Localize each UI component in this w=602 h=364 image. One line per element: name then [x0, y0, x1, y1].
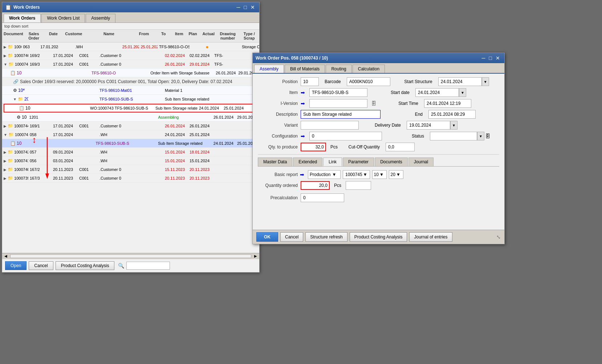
iversion-label: I-Version: [258, 101, 298, 106]
minimize-button[interactable]: ─: [235, 5, 242, 10]
production-dropdown[interactable]: Production ▼: [308, 170, 341, 179]
config-input[interactable]: [309, 132, 382, 140]
position-input[interactable]: [301, 77, 319, 86]
cancel-button[interactable]: Cancel: [29, 261, 53, 270]
main-tab-bar: Work Orders Work Orders List Assembly: [2, 12, 259, 23]
maximize-button[interactable]: □: [243, 5, 248, 10]
start-time-input[interactable]: [424, 99, 471, 108]
bottom-bar: Open Cancel Product Costing Analysis 🔍: [2, 259, 259, 272]
barcode-input[interactable]: [347, 77, 390, 86]
tab-work-orders-list[interactable]: Work Orders List: [41, 14, 85, 23]
second-cancel-button[interactable]: Cancel: [280, 232, 303, 242]
second-window: Work Order Pos. 058 (1000743 / 10) ─ □ ✕…: [252, 53, 505, 244]
subtab-link[interactable]: Link: [323, 158, 342, 166]
start-date-dropdown[interactable]: ▼: [459, 88, 466, 97]
status-input[interactable]: [430, 132, 477, 140]
position-label: Position: [258, 79, 298, 84]
table-row[interactable]: ▼ 📁 20⁴ TFS-98610-SUB-S Sub Item Storage…: [2, 95, 259, 103]
number-field-2[interactable]: 10 ▼: [372, 170, 387, 179]
scroll-bar[interactable]: ◀ ▶: [2, 253, 259, 259]
end-input[interactable]: [428, 110, 476, 119]
second-bottom-bar: OK Cancel Structure refresh Product Cost…: [253, 230, 504, 244]
search-input[interactable]: [126, 262, 170, 270]
precalculation-label: Precalculation: [258, 195, 298, 200]
subtab-parameter[interactable]: Parameter: [343, 158, 374, 166]
qty-to-produce-input[interactable]: [301, 143, 326, 151]
status-icon: 🗄: [485, 133, 490, 139]
table-row[interactable]: ▶ 📁 1000744 169/1 17.01.2024 C001 .Custo…: [2, 122, 259, 130]
col-sales-order: Sales Order: [25, 31, 43, 41]
resize-icon[interactable]: ⤡: [496, 234, 501, 240]
tab-assembly[interactable]: Assembly: [86, 14, 115, 23]
qty-ordered-input[interactable]: [301, 181, 330, 190]
app-icon: 📋: [5, 4, 11, 10]
subtab-documents[interactable]: Documents: [375, 158, 408, 166]
table-row[interactable]: ▶ 📁 1000746 169/2 17.01.2024 C001 .Custo…: [2, 51, 259, 60]
order-icon: 📋: [10, 141, 16, 146]
start-structure-dropdown[interactable]: ▼: [482, 77, 489, 86]
cutoff-input[interactable]: [386, 143, 415, 151]
second-minimize-button[interactable]: ─: [480, 56, 487, 61]
scroll-right-btn[interactable]: ▶: [252, 254, 259, 258]
item-arrow-icon: ➡: [301, 90, 305, 95]
tab-assembly[interactable]: Assembly: [254, 65, 284, 73]
col-item: Item: [173, 31, 185, 41]
start-date-input[interactable]: [415, 88, 459, 97]
delivery-date-dropdown[interactable]: ▼: [450, 121, 457, 130]
position-row: Position Barcode Start Structure ▼: [258, 77, 499, 86]
table-row[interactable]: ⚙ 10⁴ TFS-98610-Mat01 Material 1: [2, 86, 259, 95]
iversion-arrow-icon: ➡: [301, 101, 305, 106]
delivery-date-input[interactable]: [407, 121, 450, 130]
col-to: To: [154, 31, 173, 41]
tab-calculation[interactable]: Calculation: [353, 65, 385, 73]
number-field-3[interactable]: 20 ▼: [389, 170, 403, 179]
table-row[interactable]: ▼ 📁 1000745 169/3 17.01.2024 C001 .Custo…: [2, 60, 259, 69]
variant-input[interactable]: [301, 121, 359, 130]
iversion-row: I-Version ➡ 🗄 Start Time: [258, 99, 499, 108]
pcs-code-input[interactable]: [346, 181, 371, 190]
status-dropdown[interactable]: ▼: [477, 132, 484, 140]
scroll-left-btn[interactable]: ◀: [2, 254, 9, 258]
iversion-input[interactable]: [309, 99, 367, 108]
second-maximize-button[interactable]: □: [488, 56, 493, 61]
close-button[interactable]: ✕: [249, 5, 256, 10]
ok-button[interactable]: OK: [256, 232, 278, 242]
description-input[interactable]: [301, 110, 381, 119]
form-body: Position Barcode Start Structure ▼ Item …: [253, 74, 504, 208]
folder-icon: 📁: [8, 62, 14, 67]
search-icon: 🔍: [118, 263, 124, 269]
col-document: Document: [2, 31, 25, 41]
number-field-1[interactable]: 1000745 ▼: [343, 170, 370, 179]
table-row[interactable]: ▶ 📁 1000747 063 17.01.2024 .WH 25.01.202…: [2, 42, 259, 51]
qty-ordered-row: Quantity ordered Pcs: [258, 181, 499, 190]
item-input[interactable]: [309, 88, 367, 97]
col-type: Type / Scrap: [239, 31, 259, 41]
tab-routing[interactable]: Routing: [326, 65, 351, 73]
open-button[interactable]: Open: [5, 261, 27, 270]
table-row[interactable]: 📋 10 TFS-98610-O Order Item with Storage…: [2, 69, 259, 77]
journal-entries-button[interactable]: Journal of entries: [409, 232, 452, 242]
folder-icon: 📁: [8, 158, 13, 163]
qty-ordered-label: Quantity ordered: [258, 183, 298, 188]
config-label: Configuration: [258, 134, 298, 139]
precalculation-input[interactable]: [301, 193, 344, 202]
subtab-extended[interactable]: Extended: [293, 158, 322, 166]
second-close-button[interactable]: ✕: [494, 56, 501, 61]
main-window-title: Work Orders: [13, 5, 40, 10]
second-product-costing-button[interactable]: Product Costing Analysis: [350, 232, 407, 242]
subtab-journal[interactable]: Journal: [408, 158, 434, 166]
start-structure-input[interactable]: [438, 77, 482, 86]
barcode-label: Barcode: [325, 79, 341, 84]
tab-bill-of-materials[interactable]: Bill of Materials: [285, 65, 325, 73]
product-costing-button[interactable]: Product Costing Analysis: [56, 261, 115, 270]
precalculation-row: Precalculation: [258, 193, 499, 202]
qty-row: Qty. to produce Pcs Cut-Off Quantity: [258, 143, 499, 151]
sub-tab-bar: Master Data Extended Link Parameter Docu…: [258, 158, 499, 167]
tab-work-orders[interactable]: Work Orders: [4, 14, 41, 23]
structure-refresh-button[interactable]: Structure refresh: [305, 232, 347, 242]
table-row[interactable]: ⚙ 10 1201 Assembling 26.01.2024 29.01.20…: [2, 113, 259, 122]
subtab-master-data[interactable]: Master Data: [258, 158, 292, 166]
red-border-row[interactable]: 📋 10 WO:1000743 TFS-98610-SUB-S Sub Item…: [4, 104, 258, 113]
basic-report-arrow: ➡: [300, 172, 304, 177]
folder-icon: 📁: [8, 176, 13, 181]
